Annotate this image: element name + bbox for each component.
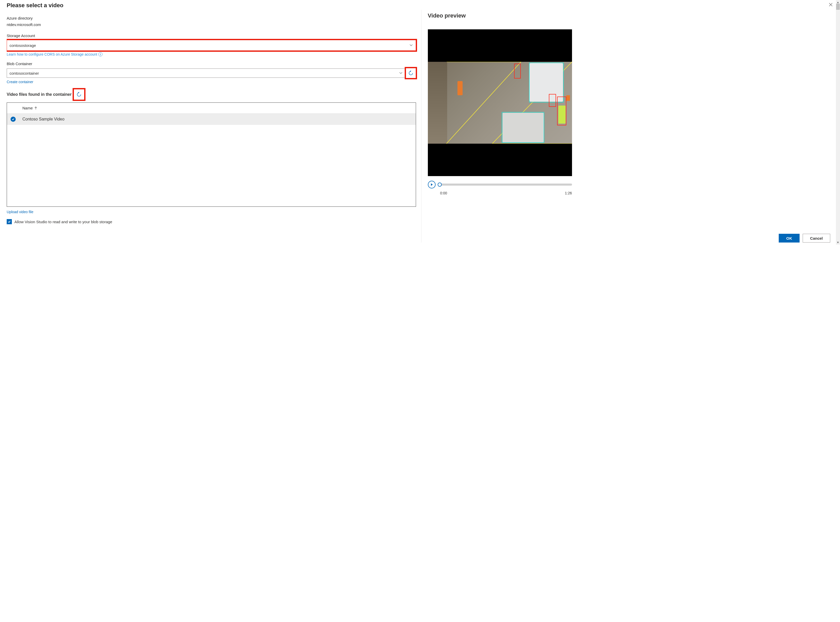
- refresh-icon: [76, 92, 82, 97]
- allow-label: Allow Vision Studio to read and write to…: [14, 220, 112, 224]
- table-row[interactable]: Contoso Sample Video: [7, 114, 416, 125]
- info-icon: i: [98, 52, 102, 56]
- cors-link[interactable]: Learn how to configure CORS on Azure Sto…: [7, 52, 102, 56]
- vertical-scrollbar[interactable]: ▲ ▼: [836, 0, 840, 245]
- create-container-link[interactable]: Create container: [7, 80, 34, 84]
- dialog-title: Please select a video: [7, 2, 416, 9]
- video-timeline[interactable]: [438, 184, 572, 186]
- play-icon: [430, 183, 433, 186]
- files-heading: Video files found in the container: [7, 92, 72, 97]
- files-table: Name Contoso Sample Video: [7, 102, 416, 207]
- refresh-containers-button[interactable]: [406, 68, 416, 78]
- detection-box: [549, 94, 556, 107]
- name-column-header[interactable]: Name: [22, 106, 38, 110]
- cancel-button[interactable]: Cancel: [803, 234, 830, 242]
- scroll-thumb[interactable]: [836, 4, 840, 10]
- detection-box: [557, 96, 566, 125]
- table-header: Name: [7, 103, 416, 114]
- checkmark-icon: [8, 220, 11, 224]
- left-panel: Please select a video Azure directory nt…: [7, 2, 421, 242]
- time-start: 0:00: [440, 191, 447, 195]
- allow-checkbox[interactable]: [7, 219, 12, 224]
- detection-box: [514, 64, 521, 79]
- dialog-footer: OK Cancel: [779, 234, 830, 242]
- detection-box: [502, 112, 544, 143]
- file-name: Contoso Sample Video: [22, 117, 64, 122]
- scroll-down-icon[interactable]: ▼: [836, 240, 840, 245]
- blob-container-select[interactable]: contosocontainer: [7, 69, 406, 78]
- close-icon: [829, 3, 833, 7]
- refresh-files-button[interactable]: [74, 89, 84, 100]
- row-selected-icon: [11, 117, 16, 122]
- upload-video-link[interactable]: Upload video file: [7, 210, 34, 214]
- blob-container-value: contosocontainer: [9, 71, 39, 75]
- refresh-icon: [408, 70, 413, 76]
- right-panel: Video preview: [421, 10, 835, 242]
- storage-account-label: Storage Account: [7, 34, 416, 38]
- worker-shape: [457, 81, 463, 95]
- close-button[interactable]: [829, 3, 833, 8]
- chevron-down-icon: [409, 43, 413, 48]
- cone-shape: [566, 95, 570, 101]
- time-end: 1:26: [565, 191, 572, 195]
- preview-title: Video preview: [428, 12, 835, 19]
- play-button[interactable]: [428, 181, 436, 189]
- ok-button[interactable]: OK: [779, 234, 800, 242]
- azure-directory-label: Azure directory: [7, 16, 416, 20]
- time-labels: 0:00 1:26: [428, 191, 572, 195]
- video-preview[interactable]: [428, 29, 572, 176]
- sort-up-icon: [34, 106, 38, 110]
- chevron-down-icon: [399, 71, 403, 76]
- storage-account-select[interactable]: contosostorage: [7, 40, 416, 51]
- select-video-dialog: Please select a video Azure directory nt…: [0, 0, 840, 245]
- blob-container-label: Blob Container: [7, 61, 416, 66]
- timeline-thumb[interactable]: [438, 183, 442, 187]
- video-controls: [428, 181, 572, 189]
- video-frame: [428, 62, 572, 144]
- azure-directory-value: ntdev.microsoft.com: [7, 22, 416, 27]
- storage-account-value: contosostorage: [9, 43, 36, 47]
